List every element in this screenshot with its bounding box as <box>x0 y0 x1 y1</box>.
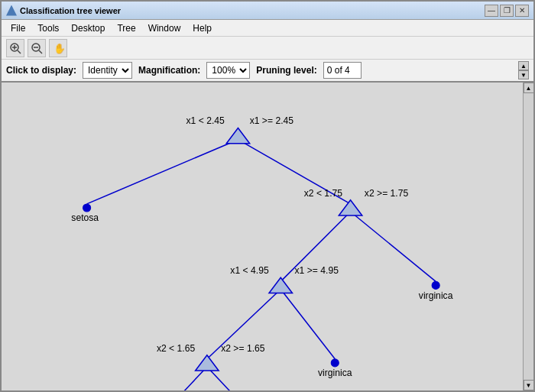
node-n3-label-right: x1 >= 4.95 <box>295 265 339 276</box>
click-to-display-select[interactable]: Identity <box>83 62 132 79</box>
edge-n3-virginica2 <box>280 289 335 358</box>
node-root[interactable] <box>226 128 249 143</box>
toolbar: ✋ <box>2 37 533 60</box>
svg-line-5 <box>39 50 42 53</box>
zoom-out-icon <box>31 42 43 54</box>
menu-tools[interactable]: Tools <box>31 21 65 35</box>
zoom-in-icon <box>9 42 21 54</box>
main-window: Classification tree viewer — ❐ ✕ File To… <box>0 0 535 392</box>
edge-root-setosa <box>87 140 238 204</box>
close-button[interactable]: ✕ <box>515 5 529 17</box>
scrollbar-right: ▲ ▼ <box>523 83 533 390</box>
svg-text:✋: ✋ <box>54 42 64 54</box>
menubar: File Tools Desktop Tree Window Help <box>2 20 533 37</box>
scroll-down-btn[interactable]: ▼ <box>518 70 529 79</box>
zoom-out-button[interactable] <box>28 39 46 57</box>
menu-file[interactable]: File <box>5 21 31 35</box>
node-root-label-left: x1 < 2.45 <box>186 115 225 126</box>
controls-bar: Click to display: Identity Magnification… <box>2 60 533 83</box>
node-setosa-label: setosa <box>71 212 99 223</box>
scrollbar-down-btn[interactable]: ▼ <box>524 380 534 390</box>
menu-tree[interactable]: Tree <box>111 21 141 35</box>
zoom-in-button[interactable] <box>6 39 24 57</box>
scroll-up-btn[interactable]: ▲ <box>518 61 529 70</box>
menu-help[interactable]: Help <box>186 21 218 35</box>
node-virginica1[interactable] <box>432 281 439 289</box>
menu-window[interactable]: Window <box>142 21 187 35</box>
menu-desktop[interactable]: Desktop <box>65 21 111 35</box>
node-n4-label-right: x2 >= 1.65 <box>221 343 265 354</box>
pruning-level-value: 0 of 4 <box>323 62 362 79</box>
magnification-select[interactable]: 100% 75% 150% <box>206 62 250 79</box>
node-n4[interactable] <box>196 355 219 371</box>
window-title: Classification tree viewer <box>20 6 121 15</box>
node-n3-label-left: x1 < 4.95 <box>230 265 269 276</box>
title-buttons: — ❐ ✕ <box>485 5 529 17</box>
tree-icon <box>6 5 17 16</box>
svg-line-1 <box>18 50 21 53</box>
title-bar-left: Classification tree viewer <box>6 5 121 16</box>
node-virginica1-label: virginica <box>419 290 453 301</box>
node-root-label-right: x1 >= 2.45 <box>250 115 294 126</box>
pan-icon: ✋ <box>52 42 64 54</box>
title-bar: Classification tree viewer — ❐ ✕ <box>2 2 533 20</box>
node-n4-label-left: x2 < 1.65 <box>157 343 196 354</box>
node-virginica2[interactable] <box>331 359 339 367</box>
magnification-label: Magnification: <box>138 65 200 76</box>
minimize-button[interactable]: — <box>485 5 498 17</box>
pan-button[interactable]: ✋ <box>49 39 67 57</box>
node-virginica2-label: virginica <box>318 368 352 378</box>
click-to-display-label: Click to display: <box>6 65 76 76</box>
edge-n2-virginica1 <box>351 212 436 281</box>
scrollbar-up-btn[interactable]: ▲ <box>524 83 534 93</box>
restore-button[interactable]: ❐ <box>500 5 514 17</box>
node-n3[interactable] <box>269 277 292 293</box>
canvas-area: x1 < 2.45 x1 >= 2.45 setosa x2 < 1.75 x2… <box>2 83 533 390</box>
pruning-level-label: Pruning level: <box>256 65 316 76</box>
node-n2-label-right: x2 >= 1.75 <box>365 188 409 199</box>
node-n2[interactable] <box>339 200 362 215</box>
node-setosa[interactable] <box>83 204 91 212</box>
node-n2-label-left: x2 < 1.75 <box>304 188 343 199</box>
tree-svg: x1 < 2.45 x1 >= 2.45 setosa x2 < 1.75 x2… <box>2 83 533 390</box>
